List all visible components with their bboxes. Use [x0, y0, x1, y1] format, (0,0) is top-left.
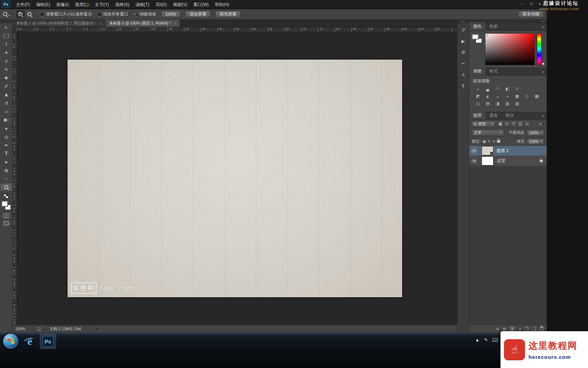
move-tool[interactable]: ↖	[0, 23, 13, 32]
option-checkbox-1[interactable]: 调整窗口大小以满屏显示	[40, 11, 92, 17]
menu-item-11[interactable]: 帮助(H)	[212, 0, 232, 9]
menu-item-10[interactable]: 窗口(W)	[190, 0, 212, 9]
option-checkbox-2[interactable]: 缩放所有窗口	[97, 11, 128, 17]
document-tab-2[interactable]: 未标题-2 @ 100% (图层 1, RGB/8) *×	[106, 20, 180, 27]
layer-row-1[interactable]: 图层 1	[469, 146, 547, 156]
menu-item-3[interactable]: 图像(I)	[53, 0, 72, 9]
history-brush-tool[interactable]: ↺	[0, 99, 13, 107]
status-flyout-arrow[interactable]: ►	[96, 327, 99, 331]
ruler-origin-corner[interactable]	[13, 27, 17, 32]
restore-button[interactable]: ❐	[527, 1, 534, 7]
actions-panel-icon[interactable]: ▶	[458, 36, 468, 46]
adjustment-preset-icon[interactable]: ▩	[533, 93, 541, 99]
history-panel-icon[interactable]: ↺	[458, 25, 468, 34]
adjustment-preset-icon[interactable]: ◨	[493, 101, 502, 107]
hand-tool[interactable]: ☝	[0, 175, 13, 183]
tab-paths[interactable]: 路径	[502, 111, 518, 120]
blend-mode-select[interactable]: 正常 ▼	[472, 130, 504, 136]
close-button[interactable]: ✕	[536, 1, 543, 7]
lock-image-icon[interactable]: ✎	[488, 139, 491, 143]
tab-adjustments[interactable]: 调整	[469, 67, 485, 75]
minimize-button[interactable]: —	[519, 1, 526, 7]
zoom-tool[interactable]	[0, 183, 13, 191]
menu-item-1[interactable]: 文件(F)	[13, 0, 33, 9]
zoom-out-button[interactable]: −	[26, 11, 34, 18]
type-tool[interactable]: T	[0, 149, 13, 158]
layer-filter-toggle[interactable]	[539, 122, 544, 126]
add-layer-mask-icon[interactable]	[510, 327, 514, 330]
panel-menu-icon[interactable]: ≡	[542, 114, 544, 118]
adjustment-preset-icon[interactable]: ◫	[474, 101, 482, 107]
fit-screen-button[interactable]: 适合屏幕	[185, 11, 210, 18]
eyedropper-tool[interactable]: ✎	[0, 65, 13, 74]
menu-item-7[interactable]: 滤镜(T)	[132, 0, 152, 9]
checkbox-icon[interactable]	[97, 12, 102, 16]
tools-panel-header[interactable]	[0, 20, 12, 23]
quick-mask-button[interactable]	[3, 213, 9, 218]
zoom-level-field[interactable]: 100%	[15, 327, 31, 331]
clone-stamp-tool[interactable]: ♟	[0, 90, 13, 99]
adjustment-preset-icon[interactable]: ▥	[503, 101, 511, 107]
foreground-color-swatch[interactable]	[472, 34, 478, 39]
zoom-100-button[interactable]: 100%	[161, 11, 181, 18]
lasso-tool[interactable]: ℓ	[0, 40, 13, 48]
zoom-in-button[interactable]: +	[16, 11, 25, 18]
adjustment-preset-icon[interactable]: ◑	[503, 93, 511, 99]
horizontal-ruler[interactable]: 1510505101520253035404550556065707580859…	[17, 27, 457, 32]
tab-styles[interactable]: 样式	[485, 67, 502, 75]
adjustment-preset-icon[interactable]: ▄	[484, 86, 492, 92]
layer-thumbnail[interactable]	[482, 156, 493, 165]
dodge-tool[interactable]: ◎	[0, 132, 13, 141]
filter-pixel-layers-icon[interactable]: ▣	[497, 121, 503, 127]
menu-item-4[interactable]: 图层(L)	[72, 0, 92, 9]
tab-close-icon[interactable]: ×	[99, 21, 102, 26]
clone-source-panel-icon[interactable]: ✂	[458, 59, 468, 68]
adjustment-preset-icon[interactable]: ◭	[484, 93, 492, 99]
fill-select[interactable]: 100% ▼	[527, 138, 544, 145]
path-selection-tool[interactable]: ➤	[0, 158, 13, 166]
layer-style-icon[interactable]: fx	[503, 327, 506, 331]
internet-explorer-taskbar-icon[interactable]: e	[22, 334, 38, 349]
hue-slider-marker[interactable]	[542, 62, 544, 65]
pen-tool[interactable]: ✒	[0, 141, 13, 149]
adjustment-preset-icon[interactable]: ▽	[513, 86, 521, 92]
start-button[interactable]	[3, 334, 18, 349]
link-layers-icon[interactable]: ∞	[496, 326, 499, 331]
lock-transparency-icon[interactable]: ▦	[483, 139, 486, 143]
photoshop-taskbar-icon[interactable]: Ps	[40, 334, 56, 349]
menu-item-8[interactable]: 3D(D)	[153, 0, 170, 9]
adjustment-preset-icon[interactable]: ▦	[513, 93, 521, 99]
saturation-brightness-field[interactable]	[485, 33, 535, 65]
adjustment-preset-icon[interactable]: ◇	[523, 93, 531, 99]
panel-menu-icon[interactable]: ≡	[542, 70, 544, 74]
document-tab-1[interactable]: 未标题-1 @ 100% (自然饱和度 1, 图层蒙版/8) *×	[13, 20, 106, 27]
checkbox-icon[interactable]	[40, 12, 44, 16]
filter-adjustment-layers-icon[interactable]: ◐	[504, 121, 510, 127]
layer-name[interactable]: 背景	[497, 158, 505, 164]
new-group-icon[interactable]: ❒	[525, 326, 528, 331]
adjustment-preset-icon[interactable]: ◠	[493, 86, 502, 92]
adjustment-preset-icon[interactable]: ◩	[474, 93, 482, 99]
adjustment-preset-icon[interactable]: ☼	[474, 86, 482, 92]
tab-layers[interactable]: 图层	[469, 111, 485, 120]
document-canvas[interactable]: 昵图网 nipic.com/	[68, 60, 402, 297]
gradient-tool[interactable]	[0, 116, 13, 124]
menu-item-2[interactable]: 编辑(E)	[33, 0, 53, 9]
filter-smart-objects-icon[interactable]: ▱	[524, 121, 530, 127]
adjustment-preset-icon[interactable]: ▧	[513, 101, 521, 107]
rectangular-marquee-tool[interactable]	[0, 32, 13, 40]
adjustment-preset-icon[interactable]: ◧	[503, 86, 511, 92]
adjustment-preset-icon[interactable]: ▤	[484, 101, 492, 107]
fill-screen-button[interactable]: 填充屏幕	[215, 11, 240, 18]
tool-preset-picker[interactable]: ▾	[3, 12, 10, 17]
expand-dock-control[interactable]: ◂◂	[457, 20, 469, 23]
menu-item-6[interactable]: 选择(S)	[112, 0, 132, 9]
hue-slider[interactable]	[537, 33, 541, 65]
tool-presets-panel-icon[interactable]: ⚙	[458, 48, 468, 57]
tab-swatches[interactable]: 色板	[485, 22, 502, 30]
visibility-toggle[interactable]	[469, 156, 479, 166]
new-layer-icon[interactable]: ❏	[532, 326, 536, 331]
adjustment-preset-icon[interactable]: ◒	[493, 93, 502, 99]
delete-layer-icon[interactable]	[540, 327, 543, 330]
layer-thumbnail[interactable]	[482, 146, 493, 155]
